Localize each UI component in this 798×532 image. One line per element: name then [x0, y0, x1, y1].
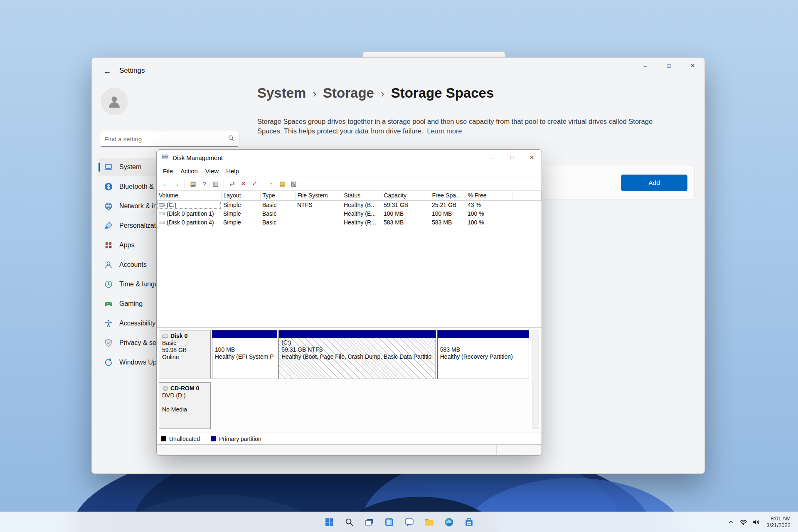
disk-management-titlebar[interactable]: Disk Management – □ ✕	[157, 150, 542, 165]
search-icon	[228, 135, 235, 143]
disk-management-title: Disk Management	[172, 154, 223, 161]
menu-file[interactable]: File	[159, 166, 177, 176]
bluetooth-icon	[103, 182, 113, 192]
cd-icon	[162, 385, 168, 392]
minimize-button[interactable]: –	[633, 58, 657, 74]
breadcrumb-system[interactable]: System	[257, 85, 306, 101]
volume-speaker-icon[interactable]	[750, 516, 761, 528]
col-file-system[interactable]: File System	[295, 191, 342, 200]
maximize-button[interactable]: □	[502, 150, 522, 165]
menu-view[interactable]: View	[202, 166, 222, 176]
breadcrumb-storage[interactable]: Storage	[323, 85, 374, 101]
back-button[interactable]: ←	[99, 65, 115, 78]
cdrom-row: CD-ROM 0 DVD (D:) No Media	[159, 382, 529, 429]
help-icon[interactable]: ?	[199, 179, 209, 189]
breadcrumb-separator: ›	[313, 86, 316, 100]
partition-color-strip	[212, 330, 277, 338]
col-status[interactable]: Status	[342, 191, 382, 200]
toolbar-separator	[224, 180, 224, 188]
apps-grid-icon	[103, 240, 113, 250]
change-drive-letter-icon[interactable]: ⇄	[227, 179, 237, 189]
hidden-icons-chevron-icon[interactable]	[725, 516, 736, 528]
volume-row-partition4[interactable]: (Disk 0 partition 4) Simple Basic Health…	[157, 218, 542, 227]
settings-window-title: Settings	[119, 66, 145, 75]
partition-color-strip	[438, 330, 529, 338]
network-icon[interactable]	[737, 516, 749, 528]
graphical-view: Disk 0 Basic 59.98 GB Online 100 MB Heal…	[157, 327, 542, 433]
vertical-scrollbar[interactable]	[532, 330, 539, 429]
volume-icon	[159, 202, 165, 207]
legend-bar: Unallocated Primary partition	[157, 433, 542, 444]
col-capacity[interactable]: Capacity	[382, 191, 430, 200]
settings-titlebar[interactable]: ← Settings – □ ✕	[92, 58, 704, 84]
col-layout[interactable]: Layout	[221, 191, 260, 200]
disk-0-row: Disk 0 Basic 59.98 GB Online 100 MB Heal…	[159, 330, 529, 379]
add-button[interactable]: Add	[621, 175, 687, 191]
menu-bar: File Action View Help	[157, 165, 542, 177]
search-input[interactable]	[104, 135, 228, 143]
disk-drive-icon	[162, 153, 169, 162]
chat-icon[interactable]	[401, 514, 417, 530]
col-percent-free[interactable]: % Free	[466, 191, 512, 200]
page-title: Storage Spaces	[391, 85, 494, 101]
disk-management-window: Disk Management – □ ✕ File Action View H…	[156, 149, 542, 456]
disk-0-info[interactable]: Disk 0 Basic 59.98 GB Online	[159, 330, 211, 379]
menu-help[interactable]: Help	[222, 166, 243, 176]
gamepad-icon	[103, 299, 113, 309]
accounts-person-icon	[103, 260, 113, 270]
minimize-button[interactable]: –	[483, 150, 502, 165]
close-button[interactable]: ✕	[522, 150, 542, 165]
breadcrumb-separator: ›	[381, 86, 384, 100]
volume-icon	[159, 211, 165, 216]
start-icon[interactable]	[321, 514, 337, 530]
delete-volume-icon[interactable]: ×	[238, 179, 249, 189]
partition-efi[interactable]: 100 MB Healthy (EFI System P	[212, 330, 277, 379]
edge-icon[interactable]	[441, 514, 457, 530]
unallocated-swatch	[161, 436, 166, 441]
new-volume-icon[interactable]: ▦	[277, 179, 288, 189]
volume-table: Volume Layout Type File System Status Ca…	[157, 191, 542, 227]
maximize-button[interactable]: □	[657, 58, 681, 74]
globe-icon	[103, 201, 113, 211]
volume-row-c[interactable]: (C:) Simple Basic NTFS Healthy (B... 59.…	[157, 200, 542, 209]
partition-c-selected[interactable]: (C:) 59.31 GB NTFS Healthy (Boot, Page F…	[278, 330, 436, 379]
learn-more-link[interactable]: Learn more	[427, 127, 462, 135]
menu-action[interactable]: Action	[177, 166, 202, 176]
shield-icon	[103, 338, 113, 348]
action-pane-icon[interactable]: ▥	[210, 179, 221, 189]
close-button[interactable]: ✕	[681, 58, 704, 74]
partition-recovery[interactable]: 583 MB Healthy (Recovery Partition)	[437, 330, 529, 379]
toolbar: ← → ▤ ? ▥ ⇄ × ✓ ↑ ▦ ▧	[157, 177, 542, 191]
volume-icon	[159, 220, 165, 225]
col-free-space[interactable]: Free Spa...	[430, 191, 466, 200]
person-icon	[106, 94, 122, 109]
clock[interactable]: 8:01 AM 3/21/2022	[762, 515, 795, 529]
widgets-icon[interactable]	[381, 514, 397, 530]
mark-active-icon[interactable]: ✓	[249, 179, 260, 189]
primary-partition-swatch	[211, 436, 216, 441]
table-header-row: Volume Layout Type File System Status Ca…	[157, 191, 542, 200]
status-bar	[157, 444, 542, 455]
store-icon[interactable]	[461, 514, 477, 530]
extend-volume-icon[interactable]: ↑	[266, 179, 276, 189]
search-icon[interactable]	[341, 514, 357, 530]
col-volume[interactable]: Volume	[157, 191, 221, 200]
properties-icon[interactable]: ▧	[288, 179, 299, 189]
col-type[interactable]: Type	[260, 191, 295, 200]
legend-primary-partition: Primary partition	[211, 436, 261, 442]
col-filler	[512, 191, 542, 200]
partition-color-strip	[279, 330, 436, 338]
back-icon[interactable]: ←	[160, 179, 170, 189]
forward-icon[interactable]: →	[171, 179, 182, 189]
toolbar-separator	[263, 180, 263, 188]
disk-icon	[162, 334, 168, 339]
cdrom-empty-area	[211, 382, 529, 429]
task-view-icon[interactable]	[361, 514, 377, 530]
file-explorer-icon[interactable]	[421, 514, 437, 530]
console-tree-icon[interactable]: ▤	[188, 179, 198, 189]
page-description: Storage Spaces group drives together in …	[257, 117, 675, 136]
volume-row-partition1[interactable]: (Disk 0 partition 1) Simple Basic Health…	[157, 209, 542, 218]
update-arrows-icon	[103, 357, 113, 367]
cdrom-info[interactable]: CD-ROM 0 DVD (D:) No Media	[159, 382, 211, 429]
settings-search-box[interactable]	[100, 131, 239, 147]
